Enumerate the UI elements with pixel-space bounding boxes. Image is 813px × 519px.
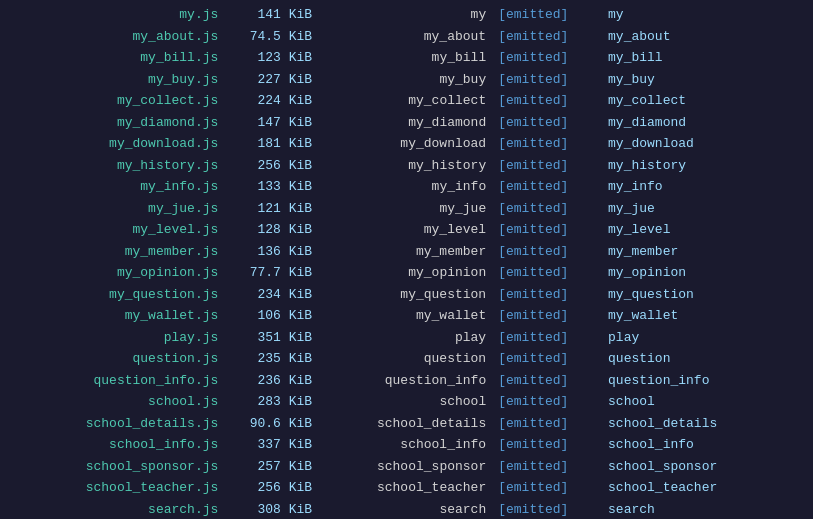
cell-output: search — [604, 499, 805, 520]
cell-name: my_jue — [316, 198, 490, 220]
cell-size: 236 KiB — [222, 370, 316, 392]
cell-status: [emitted] — [490, 434, 604, 456]
table-row: my_about.js 74.5 KiB my_about [emitted] … — [8, 26, 805, 48]
cell-name: my_info — [316, 176, 490, 198]
cell-status: [emitted] — [490, 133, 604, 155]
table-row: my_opinion.js 77.7 KiB my_opinion [emitt… — [8, 262, 805, 284]
cell-name: play — [316, 327, 490, 349]
table-row: school.js 283 KiB school [emitted] schoo… — [8, 391, 805, 413]
cell-size: 147 KiB — [222, 112, 316, 134]
table-row: school_teacher.js 256 KiB school_teacher… — [8, 477, 805, 499]
table-row: school_details.js 90.6 KiB school_detail… — [8, 413, 805, 435]
cell-output: school — [604, 391, 805, 413]
cell-filename: my_bill.js — [8, 47, 222, 69]
cell-size: 256 KiB — [222, 155, 316, 177]
cell-filename: my_level.js — [8, 219, 222, 241]
cell-output: my_about — [604, 26, 805, 48]
cell-status: [emitted] — [490, 112, 604, 134]
table-row: my.js 141 KiB my [emitted] my — [8, 4, 805, 26]
cell-output: my_info — [604, 176, 805, 198]
table-row: question.js 235 KiB question [emitted] q… — [8, 348, 805, 370]
cell-name: question_info — [316, 370, 490, 392]
cell-output: question — [604, 348, 805, 370]
table-row: school_info.js 337 KiB school_info [emit… — [8, 434, 805, 456]
table-row: play.js 351 KiB play [emitted] play — [8, 327, 805, 349]
cell-size: 227 KiB — [222, 69, 316, 91]
table-row: my_diamond.js 147 KiB my_diamond [emitte… — [8, 112, 805, 134]
cell-filename: school_teacher.js — [8, 477, 222, 499]
cell-name: school_sponsor — [316, 456, 490, 478]
cell-output: my_question — [604, 284, 805, 306]
cell-size: 234 KiB — [222, 284, 316, 306]
cell-output: my_history — [604, 155, 805, 177]
table-row: my_wallet.js 106 KiB my_wallet [emitted]… — [8, 305, 805, 327]
cell-filename: search.js — [8, 499, 222, 520]
cell-size: 136 KiB — [222, 241, 316, 263]
cell-status: [emitted] — [490, 262, 604, 284]
cell-size: 128 KiB — [222, 219, 316, 241]
table-row: my_bill.js 123 KiB my_bill [emitted] my_… — [8, 47, 805, 69]
table-row: my_collect.js 224 KiB my_collect [emitte… — [8, 90, 805, 112]
table-row: my_history.js 256 KiB my_history [emitte… — [8, 155, 805, 177]
cell-size: 90.6 KiB — [222, 413, 316, 435]
cell-status: [emitted] — [490, 176, 604, 198]
cell-output: my_bill — [604, 47, 805, 69]
cell-output: my_diamond — [604, 112, 805, 134]
cell-status: [emitted] — [490, 198, 604, 220]
cell-filename: my_history.js — [8, 155, 222, 177]
cell-status: [emitted] — [490, 348, 604, 370]
build-output-table: my.js 141 KiB my [emitted] my my_about.j… — [8, 4, 805, 519]
table-row: search.js 308 KiB search [emitted] searc… — [8, 499, 805, 520]
cell-name: school_details — [316, 413, 490, 435]
cell-name: question — [316, 348, 490, 370]
cell-name: school — [316, 391, 490, 413]
cell-filename: my_diamond.js — [8, 112, 222, 134]
cell-output: question_info — [604, 370, 805, 392]
cell-filename: play.js — [8, 327, 222, 349]
cell-name: my_opinion — [316, 262, 490, 284]
cell-status: [emitted] — [490, 90, 604, 112]
cell-output: school_teacher — [604, 477, 805, 499]
table-row: question_info.js 236 KiB question_info [… — [8, 370, 805, 392]
cell-status: [emitted] — [490, 241, 604, 263]
cell-name: my_collect — [316, 90, 490, 112]
cell-size: 74.5 KiB — [222, 26, 316, 48]
cell-filename: question.js — [8, 348, 222, 370]
cell-size: 351 KiB — [222, 327, 316, 349]
cell-output: my_collect — [604, 90, 805, 112]
cell-name: my_bill — [316, 47, 490, 69]
cell-filename: my_download.js — [8, 133, 222, 155]
cell-filename: my_opinion.js — [8, 262, 222, 284]
cell-filename: my_about.js — [8, 26, 222, 48]
cell-output: school_info — [604, 434, 805, 456]
cell-output: school_sponsor — [604, 456, 805, 478]
cell-size: 337 KiB — [222, 434, 316, 456]
cell-status: [emitted] — [490, 4, 604, 26]
cell-name: my_download — [316, 133, 490, 155]
table-row: my_question.js 234 KiB my_question [emit… — [8, 284, 805, 306]
cell-filename: my_question.js — [8, 284, 222, 306]
cell-filename: my_info.js — [8, 176, 222, 198]
cell-name: my_about — [316, 26, 490, 48]
cell-filename: school_info.js — [8, 434, 222, 456]
cell-filename: my_wallet.js — [8, 305, 222, 327]
cell-name: my — [316, 4, 490, 26]
cell-status: [emitted] — [490, 327, 604, 349]
cell-filename: my.js — [8, 4, 222, 26]
cell-size: 77.7 KiB — [222, 262, 316, 284]
table-row: my_info.js 133 KiB my_info [emitted] my_… — [8, 176, 805, 198]
cell-output: my_wallet — [604, 305, 805, 327]
cell-status: [emitted] — [490, 413, 604, 435]
cell-status: [emitted] — [490, 305, 604, 327]
cell-output: my_download — [604, 133, 805, 155]
cell-filename: my_collect.js — [8, 90, 222, 112]
cell-status: [emitted] — [490, 456, 604, 478]
cell-status: [emitted] — [490, 69, 604, 91]
cell-size: 256 KiB — [222, 477, 316, 499]
cell-size: 181 KiB — [222, 133, 316, 155]
table-row: my_level.js 128 KiB my_level [emitted] m… — [8, 219, 805, 241]
cell-status: [emitted] — [490, 284, 604, 306]
cell-size: 235 KiB — [222, 348, 316, 370]
cell-status: [emitted] — [490, 477, 604, 499]
cell-output: my — [604, 4, 805, 26]
